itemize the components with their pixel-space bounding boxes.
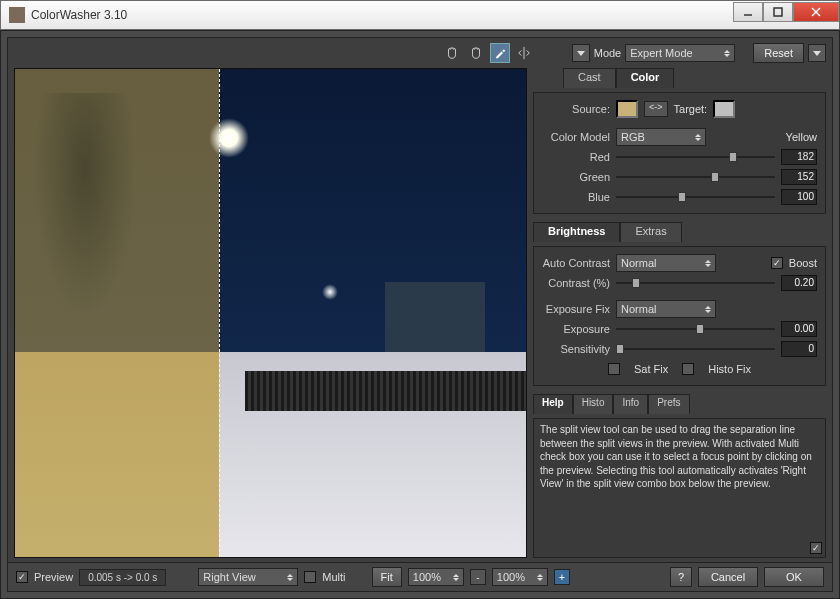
window-title: ColorWasher 3.10 xyxy=(31,8,733,22)
swap-button[interactable]: <-> xyxy=(644,101,668,117)
zoom-plus-button[interactable]: + xyxy=(554,569,570,585)
satfix-checkbox[interactable] xyxy=(608,363,620,375)
channel-slider-green[interactable] xyxy=(616,170,775,184)
preset-dropdown-icon[interactable] xyxy=(572,44,590,62)
title-bar: ColorWasher 3.10 xyxy=(0,0,840,30)
help-text: The split view tool can be used to drag … xyxy=(533,418,826,558)
hand-tool-icon[interactable] xyxy=(442,43,462,63)
brightness-tabs: Brightness Extras xyxy=(533,222,826,242)
tint-name: Yellow xyxy=(786,131,817,143)
zoom-minus-button[interactable]: - xyxy=(470,569,486,585)
satfix-label: Sat Fix xyxy=(634,363,668,375)
tab-brightness[interactable]: Brightness xyxy=(533,222,620,242)
reset-dropdown-icon[interactable] xyxy=(808,44,826,62)
help-toggle-checkbox[interactable] xyxy=(810,542,822,554)
multi-checkbox[interactable] xyxy=(304,571,316,583)
tab-help[interactable]: Help xyxy=(533,394,573,414)
bottom-bar: Preview 0.005 s -> 0.0 s Right View Mult… xyxy=(8,562,832,591)
zoom-right-combo[interactable]: 100% xyxy=(492,568,548,586)
cancel-button[interactable]: Cancel xyxy=(698,567,758,587)
color-tabs: Cast Color xyxy=(533,68,826,88)
auto-contrast-label: Auto Contrast xyxy=(542,257,610,269)
tab-info[interactable]: Info xyxy=(613,394,648,414)
color-panel: Source: <-> Target: Color Model RGB Yell… xyxy=(533,92,826,214)
ok-button[interactable]: OK xyxy=(764,567,824,587)
multi-label: Multi xyxy=(322,571,345,583)
view-combo[interactable]: Right View xyxy=(198,568,298,586)
brightness-panel: Auto Contrast Normal Boost Contrast (%) … xyxy=(533,246,826,386)
histofix-label: Histo Fix xyxy=(708,363,751,375)
mode-combo[interactable]: Expert Mode xyxy=(625,44,735,62)
tab-extras[interactable]: Extras xyxy=(620,222,681,242)
exposure-fix-combo[interactable]: Normal xyxy=(616,300,716,318)
histofix-checkbox[interactable] xyxy=(682,363,694,375)
tab-color[interactable]: Color xyxy=(616,68,675,88)
channel-value[interactable]: 152 xyxy=(781,169,817,185)
exposure-slider[interactable] xyxy=(616,322,775,336)
sensitivity-slider[interactable] xyxy=(616,342,775,356)
channel-slider-red[interactable] xyxy=(616,150,775,164)
channel-slider-blue[interactable] xyxy=(616,190,775,204)
source-swatch[interactable] xyxy=(616,100,638,118)
help-button[interactable]: ? xyxy=(670,567,692,587)
contrast-slider[interactable] xyxy=(616,276,775,290)
svg-rect-1 xyxy=(774,8,782,16)
top-toolbar: Mode Expert Mode Reset xyxy=(8,38,832,68)
tab-cast[interactable]: Cast xyxy=(563,68,616,88)
fit-button[interactable]: Fit xyxy=(372,567,402,587)
close-button[interactable] xyxy=(793,2,839,22)
color-model-combo[interactable]: RGB xyxy=(616,128,706,146)
zoom-left-combo[interactable]: 100% xyxy=(408,568,464,586)
app-icon xyxy=(9,7,25,23)
target-label: Target: xyxy=(674,103,708,115)
source-label: Source: xyxy=(542,103,610,115)
contrast-value[interactable]: 0.20 xyxy=(781,275,817,291)
timing-display: 0.005 s -> 0.0 s xyxy=(79,569,166,586)
exposure-value[interactable]: 0.00 xyxy=(781,321,817,337)
sensitivity-value[interactable]: 0 xyxy=(781,341,817,357)
tab-prefs[interactable]: Prefs xyxy=(648,394,689,414)
minimize-button[interactable] xyxy=(733,2,763,22)
channel-value[interactable]: 100 xyxy=(781,189,817,205)
boost-checkbox[interactable] xyxy=(771,257,783,269)
preview-checkbox[interactable] xyxy=(16,571,28,583)
contrast-label: Contrast (%) xyxy=(542,277,610,289)
eyedropper-tool-icon[interactable] xyxy=(490,43,510,63)
channel-value[interactable]: 182 xyxy=(781,149,817,165)
exposure-fix-label: Exposure Fix xyxy=(542,303,610,315)
preview-label: Preview xyxy=(34,571,73,583)
maximize-button[interactable] xyxy=(763,2,793,22)
channel-label: Blue xyxy=(542,191,610,203)
reset-button[interactable]: Reset xyxy=(753,43,804,63)
channel-label: Red xyxy=(542,151,610,163)
info-tabs: Help Histo Info Prefs xyxy=(533,394,826,414)
channel-label: Green xyxy=(542,171,610,183)
preview-area[interactable] xyxy=(14,68,527,558)
sensitivity-label: Sensitivity xyxy=(542,343,610,355)
exposure-label: Exposure xyxy=(542,323,610,335)
target-swatch[interactable] xyxy=(713,100,735,118)
boost-label: Boost xyxy=(789,257,817,269)
hand-tool2-icon[interactable] xyxy=(466,43,486,63)
auto-contrast-combo[interactable]: Normal xyxy=(616,254,716,272)
split-line[interactable] xyxy=(219,69,220,557)
split-tool-icon[interactable] xyxy=(514,43,534,63)
mode-label: Mode xyxy=(594,47,622,59)
tab-histo[interactable]: Histo xyxy=(573,394,614,414)
color-model-label: Color Model xyxy=(542,131,610,143)
